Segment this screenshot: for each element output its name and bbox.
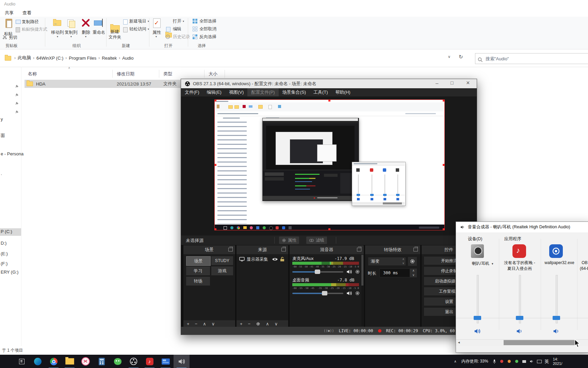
- column-size[interactable]: 大小: [209, 71, 217, 77]
- tray-wechat-icon[interactable]: [513, 359, 520, 364]
- tray-speaker-icon[interactable]: [528, 359, 535, 364]
- source-down-button[interactable]: ∨: [275, 321, 278, 326]
- column-name[interactable]: 名称: [28, 71, 37, 77]
- sidebar-item[interactable]: y: [1, 117, 3, 122]
- vm-scrollbar-thumb[interactable]: [504, 340, 575, 345]
- add-source-button[interactable]: +: [240, 321, 243, 326]
- column-type[interactable]: 类型: [163, 71, 172, 77]
- menu-view[interactable]: 视图(V): [225, 88, 247, 96]
- vm-device-mute-button[interactable]: [474, 327, 481, 335]
- transition-select[interactable]: 渐变 ∧∨: [368, 257, 406, 266]
- selection-handle[interactable]: [443, 164, 445, 166]
- tray-ime-indicator[interactable]: 英: [543, 359, 550, 364]
- search-input[interactable]: [475, 53, 588, 64]
- new-folder-button-l2[interactable]: 文件夹: [109, 34, 121, 40]
- obs-preview-source[interactable]: [214, 99, 445, 230]
- sidebar-item[interactable]: e - Persona: [1, 151, 23, 156]
- rename-button[interactable]: 重命名: [93, 30, 105, 35]
- selection-handle[interactable]: [328, 99, 330, 102]
- selection-handle[interactable]: [443, 99, 445, 102]
- add-scene-button[interactable]: +: [187, 321, 190, 326]
- copy-to-button[interactable]: 复制到: [65, 30, 78, 35]
- mixer-ch1-gear-icon[interactable]: [355, 269, 360, 274]
- vm-app1-mute-button[interactable]: [516, 327, 523, 335]
- tray-clock[interactable]: 14: 2021/: [553, 357, 567, 366]
- menu-edit[interactable]: 编辑(E): [203, 88, 225, 96]
- menu-tools[interactable]: 工具(T): [310, 88, 332, 96]
- address-dropdown-icon[interactable]: ∨: [448, 55, 451, 59]
- tray-memory-usage[interactable]: 内存使用: 33%: [461, 358, 488, 364]
- scene-up-button[interactable]: ∧: [203, 321, 206, 326]
- duration-spinner[interactable]: ∧∨: [410, 269, 417, 277]
- mixer-ch2-slider-handle[interactable]: [322, 291, 327, 295]
- tab-share[interactable]: 共享: [5, 10, 14, 16]
- sidebar-item[interactable]: ·: [1, 172, 2, 177]
- volume-mixer-taskbar-icon[interactable]: [174, 355, 190, 368]
- wechat-icon[interactable]: [110, 355, 126, 368]
- vm-app2-mute-button[interactable]: [553, 327, 560, 335]
- delete-button[interactable]: 删除: [82, 30, 90, 35]
- mixer-ch2-slider[interactable]: [292, 293, 343, 294]
- menu-help[interactable]: 帮助(H): [332, 88, 354, 96]
- vm-titlebar[interactable]: 音量合成器 - 喇叭/耳机 (Realtek High Definition A…: [456, 222, 588, 232]
- chrome-icon[interactable]: [46, 355, 62, 368]
- invert-selection-button[interactable]: 反向选择: [199, 34, 216, 40]
- scene-button[interactable]: 转场: [186, 277, 210, 286]
- copy-path-button[interactable]: 复制路径: [22, 19, 39, 25]
- menu-profile[interactable]: 配置文件(P): [247, 88, 278, 96]
- cut-button[interactable]: 剪切: [9, 35, 17, 41]
- obs-taskbar-icon[interactable]: [126, 355, 142, 368]
- menu-scene-collection[interactable]: 场景集合(S): [279, 88, 310, 96]
- obs-titlebar[interactable]: OBS 27.1.3 (64-bit, windows) - 配置文件: 未命名…: [181, 79, 477, 88]
- sidebar-item[interactable]: ERY (G:): [1, 270, 18, 275]
- netease-music-icon[interactable]: ♪: [142, 355, 158, 368]
- breadcrumb-audio[interactable]: Audio: [121, 56, 135, 61]
- duration-input[interactable]: 300 ms: [379, 269, 410, 277]
- mixer-scrollbar[interactable]: [361, 255, 363, 326]
- scene-button[interactable]: 学习: [186, 266, 210, 275]
- remove-scene-button[interactable]: −: [195, 321, 198, 326]
- refresh-icon[interactable]: ↻: [459, 54, 463, 60]
- source-gear-icon[interactable]: [256, 322, 260, 326]
- vm-app1-slider-handle[interactable]: [516, 316, 523, 320]
- snip-tool-icon[interactable]: [78, 355, 94, 368]
- edit-button[interactable]: 编辑: [173, 26, 181, 32]
- scene-button[interactable]: 场景: [186, 256, 211, 266]
- new-item-button[interactable]: 新建项目: [129, 18, 146, 24]
- sidebar-item-drive-c[interactable]: P (C:): [0, 228, 21, 236]
- selection-handle[interactable]: [443, 228, 445, 230]
- paste-shortcut-button[interactable]: 粘贴快捷方式: [22, 27, 47, 32]
- mixer-ch2-speaker-icon[interactable]: [346, 290, 353, 296]
- mixer-ch2-gear-icon[interactable]: [355, 291, 360, 296]
- calculator-icon[interactable]: [94, 355, 110, 368]
- breadcrumb-realtek[interactable]: Realtek: [100, 56, 118, 61]
- select-all-button[interactable]: 全部选择: [199, 18, 216, 24]
- maximize-button[interactable]: □: [451, 80, 453, 86]
- vm-scrollbar[interactable]: ◄: [456, 339, 588, 346]
- scroll-left-arrow[interactable]: ◄: [457, 341, 460, 344]
- mixer-ch1-speaker-icon[interactable]: [346, 269, 353, 275]
- menu-file[interactable]: 文件(F): [181, 88, 203, 96]
- popout-icon[interactable]: [228, 248, 233, 251]
- history-button[interactable]: 历史记录: [173, 34, 190, 40]
- breadcrumb-drive-c[interactable]: 64WinXP (C:): [35, 56, 65, 61]
- tray-mic-icon[interactable]: [491, 359, 498, 364]
- minimize-button[interactable]: –: [436, 80, 438, 86]
- breadcrumb-program-files[interactable]: Program Files: [67, 56, 98, 61]
- transition-gear-button[interactable]: [408, 257, 417, 266]
- move-to-button[interactable]: 移动到: [51, 30, 64, 35]
- new-folder-button-l1[interactable]: 新建: [111, 29, 119, 35]
- column-date[interactable]: 修改日期: [117, 71, 134, 77]
- eye-icon[interactable]: [272, 257, 278, 261]
- tray-paw-icon[interactable]: [506, 359, 513, 364]
- open-button[interactable]: 打开: [173, 18, 181, 24]
- scene-button[interactable]: STUDY: [211, 256, 233, 265]
- properties-button[interactable]: 属性: [152, 30, 161, 35]
- tray-rec-icon[interactable]: [499, 359, 505, 364]
- breadcrumb-this-pc[interactable]: 此电脑: [16, 55, 32, 61]
- selection-handle[interactable]: [328, 228, 330, 230]
- popout-icon[interactable]: [281, 248, 286, 251]
- popout-icon[interactable]: [413, 248, 418, 251]
- tab-view[interactable]: 查看: [22, 10, 31, 16]
- selection-handle[interactable]: [214, 164, 216, 166]
